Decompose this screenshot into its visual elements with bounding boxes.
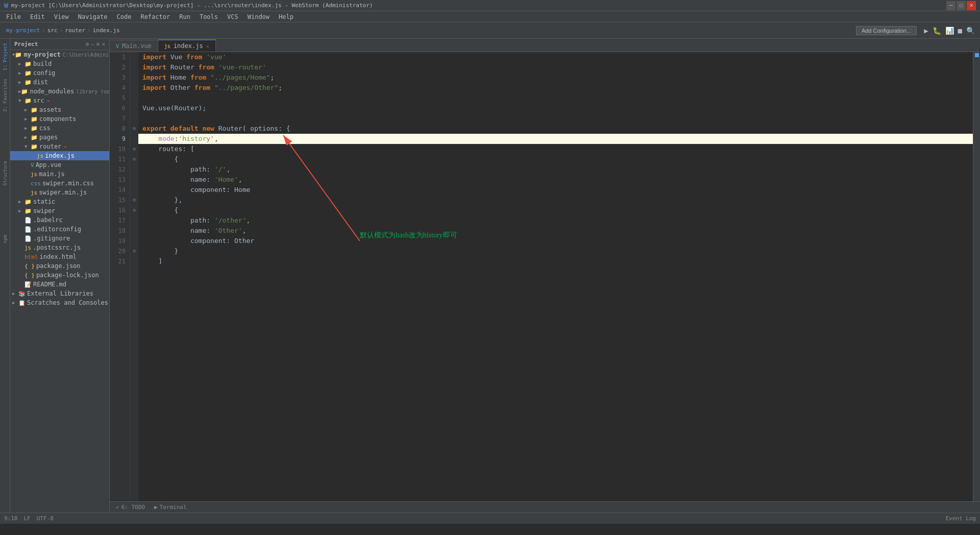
tree-label: .gitignore	[33, 235, 70, 242]
menu-item-window[interactable]: Window	[243, 12, 274, 21]
tree-item-css[interactable]: ▶ 📁 css	[10, 124, 109, 133]
tree-label: swiper.min.js	[39, 189, 87, 196]
maximize-button[interactable]: □	[957, 1, 966, 10]
tree-label: static	[33, 198, 55, 205]
arrow-icon: ▶	[24, 107, 31, 112]
todo-icon: ✓	[116, 504, 119, 510]
tree-item-editorconfig[interactable]: 📄 .editorconfig	[10, 225, 109, 234]
gutter-5	[130, 93, 138, 103]
tree-item-swiperminjs[interactable]: js swiper.min.js	[10, 188, 109, 197]
tree-item-indexhtml[interactable]: html index.html	[10, 252, 109, 261]
tree-item-swipermincss[interactable]: css swiper.min.css	[10, 179, 109, 188]
breadcrumb: my-project › src › router › index.js	[6, 27, 120, 34]
line-num-19: 19	[110, 236, 130, 246]
breadcrumb-src[interactable]: src	[47, 27, 58, 34]
tree-item-readme[interactable]: 📝 README.md	[10, 280, 109, 289]
tree-label: .editorconfig	[33, 226, 81, 233]
gutter-15[interactable]: ⊖	[130, 195, 138, 205]
status-event-log[interactable]: Event Log	[945, 515, 976, 522]
menu-item-run[interactable]: Run	[175, 12, 194, 21]
arrow-icon: ▶	[18, 70, 24, 76]
code-line-3: import Home from "../pages/Home";	[138, 72, 973, 83]
arrow-indicator2: →	[63, 143, 67, 150]
tree-item-node_modules[interactable]: ▶ 📁 node_modules library root	[10, 87, 109, 96]
breadcrumb-router[interactable]: router	[65, 27, 85, 34]
gutter-20[interactable]: ⊖	[130, 246, 138, 256]
tree-item-assets[interactable]: ▶ 📁 assets	[10, 105, 109, 114]
menu-item-tools[interactable]: Tools	[195, 12, 222, 21]
favorites-panel-tab[interactable]: 2: Favorites	[2, 77, 9, 114]
breadcrumb-file[interactable]: index.js	[93, 27, 120, 34]
tree-item-external-libraries[interactable]: ▶ 📚 External Libraries	[10, 289, 109, 298]
tree-item-config[interactable]: ▶ 📁 config	[10, 68, 109, 78]
tree-item-packagelockjson[interactable]: { } package-lock.json	[10, 271, 109, 280]
tree-item-build[interactable]: ▶ 📁 build	[10, 59, 109, 68]
sidebar-close-icon[interactable]: ✕	[102, 41, 105, 47]
tree-label: build	[33, 60, 52, 67]
tab-indexjs[interactable]: js index.js ✕	[158, 39, 216, 52]
sidebar-gear-icon[interactable]: ≡	[96, 41, 100, 47]
menu-item-help[interactable]: Help	[275, 12, 298, 21]
line-num-5: 5	[110, 93, 130, 103]
structure-panel-tab[interactable]: Structure	[2, 159, 9, 188]
menu-item-view[interactable]: View	[50, 12, 73, 21]
main-content: 1: Project 2: Favorites Structure npm Pr…	[0, 39, 980, 513]
stop-icon[interactable]: ■	[957, 26, 963, 36]
status-encoding: UTF-8	[37, 515, 54, 522]
close-button[interactable]: ✕	[967, 1, 976, 10]
tree-extra: C:\Users\Administrator...	[63, 52, 110, 58]
menu-item-file[interactable]: File	[2, 12, 25, 21]
tree-item-swiper[interactable]: ▶ 📁 swiper	[10, 206, 109, 215]
code-content[interactable]: import Vue from 'vue' import Router from…	[138, 52, 973, 501]
tree-item-appvue[interactable]: V App.vue	[10, 160, 109, 169]
tree-item-gitignore[interactable]: 📄 .gitignore	[10, 234, 109, 243]
breadcrumb-project[interactable]: my-project	[6, 27, 40, 34]
search-everywhere-icon[interactable]: 🔍	[965, 26, 976, 36]
sidebar-settings-icon[interactable]: ⚙	[86, 41, 89, 47]
tree-item-mainjs[interactable]: js main.js	[10, 169, 109, 179]
run-coverage-icon[interactable]: 📊	[944, 26, 955, 36]
todo-tab[interactable]: ✓ 6: TODO	[112, 503, 149, 512]
menu-item-refactor[interactable]: Refactor	[136, 12, 174, 21]
gutter-10[interactable]: ⊖	[130, 144, 138, 154]
npm-panel-tab[interactable]: npm	[2, 233, 9, 245]
minimize-button[interactable]: ─	[946, 1, 955, 10]
tree-item-babelrc[interactable]: 📄 .babelrc	[10, 215, 109, 225]
tree-item-pages[interactable]: ▶ 📁 pages	[10, 133, 109, 142]
tree-item-indexjs[interactable]: js index.js	[10, 151, 109, 160]
tree-item-components[interactable]: ▶ 📁 components	[10, 114, 109, 124]
tree-item-postcssrc[interactable]: js .postcssrc.js	[10, 243, 109, 252]
terminal-tab[interactable]: ▶ Terminal	[150, 503, 191, 512]
menu-item-navigate[interactable]: Navigate	[74, 12, 112, 21]
js-file-icon: js	[31, 189, 37, 196]
scratches-icon: 📋	[18, 300, 26, 306]
tree-item-dist[interactable]: ▶ 📁 dist	[10, 78, 109, 87]
debug-icon[interactable]: 🐛	[932, 26, 942, 36]
gutter-8[interactable]: ⊖	[130, 124, 138, 134]
tree-label: css	[39, 125, 51, 132]
gutter-18	[130, 226, 138, 236]
add-configuration-button[interactable]: Add Configuration...	[856, 26, 917, 35]
gutter-2	[130, 62, 138, 72]
sidebar-collapse-icon[interactable]: –	[91, 41, 94, 47]
menu-item-edit[interactable]: Edit	[26, 12, 49, 21]
folder-icon: 📁	[15, 52, 22, 58]
menu-item-code[interactable]: Code	[113, 12, 136, 21]
toolbar: my-project › src › router › index.js Add…	[0, 22, 980, 39]
tree-item-src[interactable]: ▼ 📁 src →	[10, 96, 109, 105]
tree-item-myproject[interactable]: ▼ 📁 my-project C:\Users\Administrator...	[10, 50, 109, 59]
project-panel-tab[interactable]: 1: Project	[2, 41, 9, 72]
arrow-icon: ▼	[18, 98, 24, 103]
tab-mainvue[interactable]: V Main.vue	[110, 40, 158, 52]
arrow-icon: ▼	[24, 144, 31, 149]
tree-item-router[interactable]: ▼ 📁 router →	[10, 142, 109, 151]
run-icon[interactable]: ▶	[923, 26, 929, 36]
tree-item-static[interactable]: ▶ 📁 static	[10, 197, 109, 206]
gutter-11[interactable]: ⊖	[130, 154, 138, 164]
md-file-icon: 📝	[24, 281, 32, 288]
tree-item-packagejson[interactable]: { } package.json	[10, 261, 109, 271]
menu-item-vcs[interactable]: VCS	[223, 12, 242, 21]
tree-item-scratches[interactable]: ▶ 📋 Scratches and Consoles	[10, 298, 109, 307]
gutter-16[interactable]: ⊖	[130, 205, 138, 215]
tab-close-icon[interactable]: ✕	[206, 43, 209, 49]
